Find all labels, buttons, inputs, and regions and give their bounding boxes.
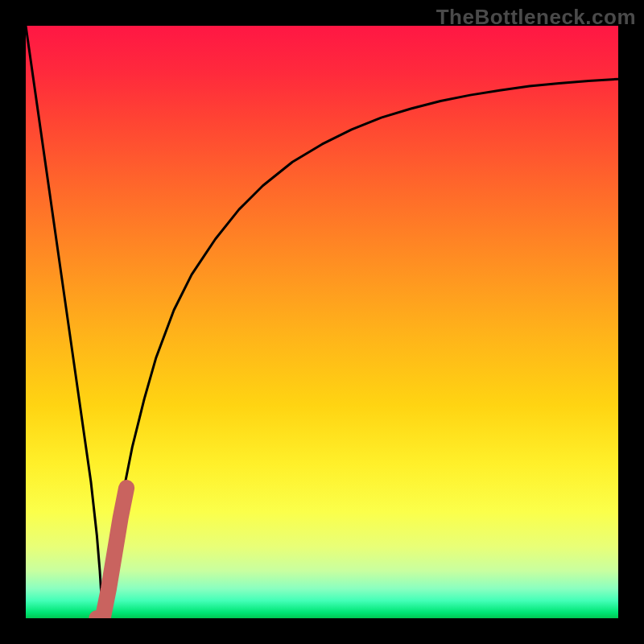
curve-layer (26, 26, 618, 618)
sweet-spot-marker (97, 488, 126, 618)
chart-frame: TheBottleneck.com (0, 0, 644, 644)
plot-area (26, 26, 618, 618)
watermark-text: TheBottleneck.com (436, 5, 636, 30)
